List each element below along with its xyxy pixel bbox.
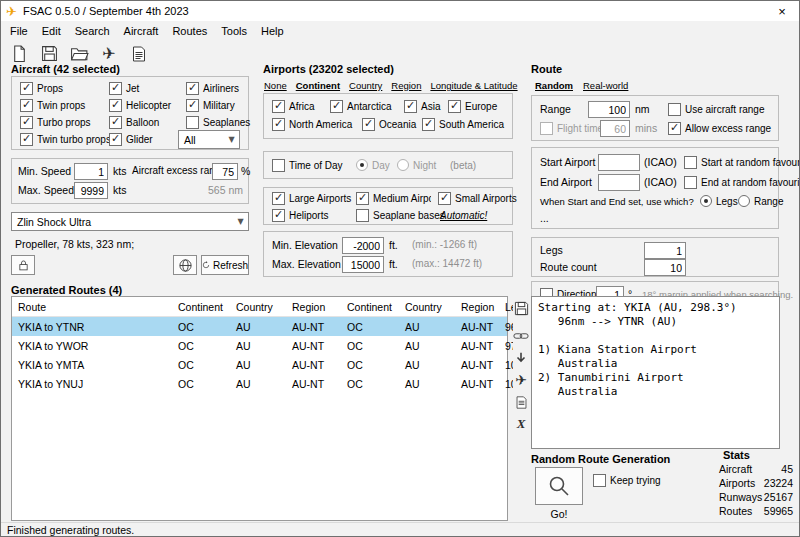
aircraft-category-dropdown[interactable]: All▼ bbox=[178, 130, 240, 149]
checkbox-props[interactable]: Props bbox=[20, 82, 63, 95]
excess-range-input[interactable] bbox=[212, 163, 238, 180]
max-elevation-input[interactable] bbox=[342, 256, 384, 273]
checkbox-twin-props[interactable]: Twin props bbox=[20, 99, 85, 112]
tab-none[interactable]: None bbox=[264, 80, 287, 91]
flight-time-input[interactable] bbox=[600, 120, 630, 137]
checkbox-box bbox=[668, 122, 681, 135]
max-speed-input[interactable] bbox=[74, 182, 108, 199]
checkbox-box bbox=[272, 209, 285, 222]
checkbox-seaplane-bases[interactable]: Seaplane bases bbox=[356, 209, 445, 222]
radio-day[interactable]: Day bbox=[356, 159, 390, 171]
checkbox-jet[interactable]: Jet bbox=[109, 82, 139, 95]
stat-label: Aircraft bbox=[719, 463, 752, 477]
checkbox-large-airports[interactable]: Large Airports bbox=[272, 192, 351, 205]
start-airport-input[interactable] bbox=[598, 154, 640, 171]
menu-tools[interactable]: Tools bbox=[214, 21, 254, 41]
save-icon[interactable] bbox=[38, 43, 60, 64]
col-header-region-1[interactable]: Region bbox=[286, 301, 341, 313]
checkbox-flight-time[interactable]: Flight time bbox=[540, 122, 603, 135]
automatic-link[interactable]: Automatic! bbox=[440, 210, 487, 221]
checkbox-glider[interactable]: Glider bbox=[109, 133, 153, 146]
menu-search[interactable]: Search bbox=[68, 21, 117, 41]
checkbox-south-america[interactable]: South America bbox=[422, 118, 504, 131]
status-text: Finished generating routes. bbox=[7, 524, 134, 536]
menu-help[interactable]: Help bbox=[254, 21, 291, 41]
route-row[interactable]: YKIA to YTNROCAUAU-NTOCAUAU-NT96 nm bbox=[12, 317, 507, 336]
col-header-region-2[interactable]: Region bbox=[455, 301, 505, 313]
radio-legs[interactable]: Legs bbox=[700, 195, 738, 207]
airplane-icon[interactable]: ✈ bbox=[98, 43, 120, 64]
checkbox-twin-turbo-props[interactable]: Twin turbo props bbox=[20, 133, 111, 146]
radio-night[interactable]: Night bbox=[397, 159, 436, 171]
menu-routes[interactable]: Routes bbox=[165, 21, 214, 41]
checkbox-oceania[interactable]: Oceania bbox=[362, 118, 416, 131]
tab-random[interactable]: Random bbox=[535, 80, 573, 91]
checkbox-keep-trying[interactable]: Keep trying bbox=[593, 474, 661, 487]
document-icon[interactable] bbox=[511, 392, 531, 412]
tab-country[interactable]: Country bbox=[349, 80, 382, 91]
col-header-country-2[interactable]: Country bbox=[399, 301, 455, 313]
go-button[interactable] bbox=[535, 467, 583, 505]
globe-button[interactable] bbox=[173, 255, 197, 275]
tab-region[interactable]: Region bbox=[391, 80, 421, 91]
route-count-input[interactable] bbox=[644, 259, 686, 276]
menu-aircraft[interactable]: Aircraft bbox=[117, 21, 166, 41]
checkbox-heliports[interactable]: Heliports bbox=[272, 209, 328, 222]
menu-edit[interactable]: Edit bbox=[35, 21, 68, 41]
new-file-icon[interactable] bbox=[8, 43, 30, 64]
checkbox-time-of-day[interactable]: Time of Day bbox=[272, 159, 343, 172]
col-header-country-1[interactable]: Country bbox=[230, 301, 286, 313]
checkbox-europe[interactable]: Europe bbox=[448, 100, 497, 113]
checkbox-turbo-props[interactable]: Turbo props bbox=[20, 116, 91, 129]
chevron-down-icon: ▼ bbox=[224, 131, 239, 148]
link-icon[interactable] bbox=[511, 326, 531, 346]
download-icon[interactable] bbox=[511, 348, 531, 368]
refresh-button[interactable]: Refresh bbox=[201, 255, 249, 275]
checkbox-seaplanes[interactable]: Seaplanes bbox=[186, 116, 250, 129]
checkbox-africa[interactable]: Africa bbox=[272, 100, 315, 113]
radio-range[interactable]: Range bbox=[738, 195, 783, 207]
tab-continent[interactable]: Continent bbox=[296, 80, 340, 91]
route-output-panel[interactable]: Starting at: YKIA (AU, 298.3°) 96nm --> … bbox=[531, 296, 780, 449]
checkbox-airliners[interactable]: Airliners bbox=[186, 82, 239, 95]
min-elevation-unit: ft. bbox=[389, 239, 398, 251]
clear-icon[interactable]: X bbox=[511, 414, 531, 434]
menu-file[interactable]: File bbox=[3, 21, 35, 41]
checkbox-balloon[interactable]: Balloon bbox=[109, 116, 159, 129]
checkbox-antarctica[interactable]: Antarctica bbox=[330, 100, 391, 113]
checkbox-label: Jet bbox=[126, 83, 139, 94]
col-header-route[interactable]: Route bbox=[12, 301, 172, 313]
report-icon[interactable] bbox=[128, 43, 150, 64]
checkbox-medium-airports[interactable]: Medium Airports bbox=[356, 192, 431, 205]
checkbox-small-airports[interactable]: Small Airports bbox=[438, 192, 517, 205]
checkbox-start-random-favourite[interactable]: Start at random favourite bbox=[684, 156, 800, 169]
checkbox-north-america[interactable]: North America bbox=[272, 118, 352, 131]
checkbox-helicopter[interactable]: Helicopter bbox=[109, 99, 171, 112]
tab-real-world[interactable]: Real-world bbox=[583, 80, 628, 91]
checkbox-end-random-favourite[interactable]: End at random favourite bbox=[684, 176, 800, 189]
route-row[interactable]: YKIA to YMTAOCAUAU-NTOCAUAU-NT104 nm bbox=[12, 355, 507, 374]
checkbox-box bbox=[109, 133, 122, 146]
route-row[interactable]: YKIA to YNUJOCAUAU-NTOCAUAU-NT106 nm bbox=[12, 374, 507, 393]
lock-button[interactable] bbox=[11, 255, 35, 275]
min-elevation-input[interactable] bbox=[342, 237, 384, 254]
legs-label: Legs bbox=[540, 244, 563, 256]
country-cell: AU bbox=[399, 340, 455, 352]
save-routes-icon[interactable] bbox=[511, 298, 531, 318]
min-speed-input[interactable] bbox=[74, 163, 108, 180]
open-folder-icon[interactable] bbox=[68, 43, 90, 64]
end-airport-input[interactable] bbox=[598, 174, 640, 191]
legs-input[interactable] bbox=[644, 242, 686, 259]
close-button[interactable]: × bbox=[765, 1, 799, 21]
col-header-continent-1[interactable]: Continent bbox=[172, 301, 230, 313]
checkbox-use-aircraft-range[interactable]: Use aircraft range bbox=[668, 103, 764, 116]
route-row[interactable]: YKIA to YWOROCAUAU-NTOCAUAU-NT97 nm bbox=[12, 336, 507, 355]
checkbox-asia[interactable]: Asia bbox=[404, 100, 440, 113]
col-header-continent-2[interactable]: Continent bbox=[341, 301, 399, 313]
tab-longitude-latitude[interactable]: Longitude & Latitude bbox=[430, 80, 517, 91]
checkbox-allow-excess-range[interactable]: Allow excess range bbox=[668, 122, 771, 135]
range-input[interactable] bbox=[588, 101, 630, 118]
aircraft-select-dropdown[interactable]: Zlin Shock Ultra ▼ bbox=[11, 212, 249, 231]
checkbox-military[interactable]: Military bbox=[186, 99, 235, 112]
airplane-icon[interactable]: ✈ bbox=[511, 370, 531, 390]
